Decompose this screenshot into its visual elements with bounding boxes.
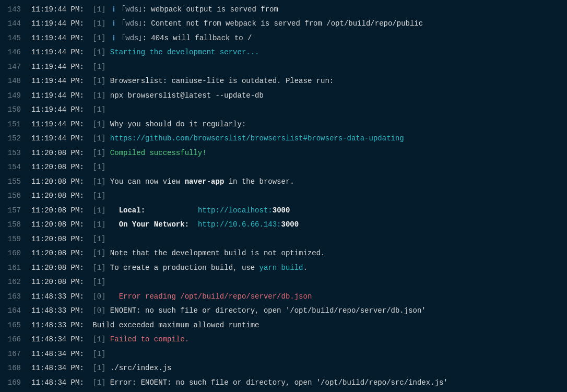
log-segment	[189, 220, 198, 229]
line-number: 148	[0, 77, 31, 85]
process-tag: [1]	[88, 163, 106, 171]
log-segment	[105, 206, 119, 215]
line-number: 163	[0, 292, 31, 301]
log-segment: ｢wds｣	[117, 5, 143, 14]
log-segment: Note that the development build is not o…	[105, 249, 325, 257]
process-tag: [1]	[88, 235, 106, 243]
process-tag: [1]	[88, 350, 106, 358]
process-tag: [1]	[88, 149, 106, 157]
log-line-content: 11:48:33 PM: [0] ENOENT: no such file or…	[31, 306, 426, 315]
log-output[interactable]: 14311:19:44 PM: [1] ｉ ｢wds｣: webpack out…	[0, 2, 567, 390]
log-line-content: 11:19:44 PM: [1]	[31, 63, 105, 71]
log-segment: ｉ	[105, 34, 117, 42]
log-line-content: 11:19:44 PM: [1] ｉ ｢wds｣: 404s will fall…	[31, 33, 252, 43]
process-tag: [1]	[88, 177, 106, 186]
timestamp: 11:19:44 PM:	[31, 120, 88, 128]
line-number: 160	[0, 249, 31, 257]
log-line: 16811:48:34 PM: [1] ./src/index.js	[0, 361, 567, 376]
log-line-content: 11:20:08 PM: [1] You can now view naver-…	[31, 177, 294, 186]
timestamp: 11:20:08 PM:	[31, 249, 88, 257]
line-number: 145	[0, 34, 31, 42]
line-number: 150	[0, 105, 31, 114]
process-tag: [1]	[88, 120, 106, 128]
line-number: 156	[0, 192, 31, 200]
line-number: 158	[0, 220, 31, 229]
timestamp: 11:48:33 PM:	[31, 306, 88, 315]
log-line-content: 11:20:08 PM: [1]	[31, 163, 105, 171]
line-number: 155	[0, 177, 31, 186]
log-line: 15711:20:08 PM: [1] Local: http://localh…	[0, 203, 567, 218]
log-line: 14711:19:44 PM: [1]	[0, 60, 567, 74]
log-line-content: 11:19:44 PM: [1] Browserslist: caniuse-l…	[31, 77, 334, 85]
process-tag: [1]	[88, 335, 106, 343]
log-line: 15611:20:08 PM: [1]	[0, 189, 567, 204]
process-tag: [1]	[88, 278, 106, 286]
log-line: 15311:20:08 PM: [1] Compiled successfull…	[0, 146, 567, 160]
log-line: 16211:20:08 PM: [1]	[0, 275, 567, 290]
log-line: 14511:19:44 PM: [1] ｉ ｢wds｣: 404s will f…	[0, 31, 567, 45]
log-segment: npx browserslist@latest --update-db	[105, 91, 263, 100]
process-tag: [1]	[88, 91, 106, 100]
process-tag: [1]	[88, 105, 106, 114]
log-line: 16611:48:34 PM: [1] Failed to compile.	[0, 332, 567, 347]
log-segment: Build exceeded maximum allowed runtime	[92, 321, 259, 329]
process-tag: [1]	[88, 206, 106, 215]
timestamp: 11:48:33 PM:	[31, 292, 88, 301]
timestamp: 11:48:34 PM:	[31, 364, 88, 372]
log-line: 15211:19:44 PM: [1] https://github.com/b…	[0, 132, 567, 146]
timestamp: 11:20:08 PM:	[31, 149, 88, 157]
log-line-content: 11:20:08 PM: [1]	[31, 235, 105, 243]
log-segment: ./src/index.js	[105, 364, 171, 372]
log-line: 15811:20:08 PM: [1] On Your Network: htt…	[0, 218, 567, 232]
line-number: 169	[0, 378, 31, 387]
line-number: 162	[0, 278, 31, 286]
process-tag: [1]	[88, 264, 106, 272]
timestamp: 11:19:44 PM:	[31, 19, 88, 28]
timestamp: 11:48:33 PM:	[31, 321, 88, 329]
log-segment: Error reading /opt/build/repo/server/db.…	[105, 292, 312, 301]
log-line-content: 11:20:08 PM: [1] Local: http://localhost…	[31, 206, 290, 215]
log-line: 16911:48:34 PM: [1] Error: ENOENT: no su…	[0, 375, 567, 390]
log-line: 14611:19:44 PM: [1] Starting the develop…	[0, 45, 567, 60]
timestamp: 11:19:44 PM:	[31, 63, 88, 71]
process-tag: [1]	[88, 249, 106, 257]
line-number: 167	[0, 350, 31, 358]
timestamp: 11:19:44 PM:	[31, 134, 88, 142]
timestamp: 11:19:44 PM:	[31, 77, 88, 85]
timestamp: 11:19:44 PM:	[31, 91, 88, 100]
line-number: 164	[0, 306, 31, 315]
log-line-content: 11:19:44 PM: [1] Why you should do it re…	[31, 120, 246, 128]
log-segment: Starting the development server...	[105, 48, 259, 56]
log-line-content: 11:20:08 PM: [1] Note that the developme…	[31, 249, 325, 257]
log-line: 16511:48:33 PM: Build exceeded maximum a…	[0, 318, 567, 332]
log-segment: Compiled successfully!	[105, 149, 206, 157]
timestamp: 11:48:34 PM:	[31, 350, 88, 358]
log-segment: On Your Network:	[119, 220, 189, 229]
line-number: 159	[0, 235, 31, 243]
line-number: 154	[0, 163, 31, 171]
process-tag: [1]	[88, 5, 106, 14]
log-segment: ｉ	[105, 5, 117, 14]
log-segment: Local:	[119, 206, 145, 215]
line-number: 157	[0, 206, 31, 215]
log-line-content: 11:48:34 PM: [1]	[31, 350, 105, 358]
log-segment: : Content not from webpack is served fro…	[142, 19, 423, 28]
line-number: 166	[0, 335, 31, 343]
log-line: 16411:48:33 PM: [0] ENOENT: no such file…	[0, 304, 567, 318]
log-line-content: 11:48:33 PM: [0] Error reading /opt/buil…	[31, 292, 312, 301]
timestamp: 11:20:08 PM:	[31, 163, 88, 171]
line-number: 165	[0, 321, 31, 329]
process-tag: [1]	[88, 220, 106, 229]
timestamp: 11:20:08 PM:	[31, 192, 88, 200]
timestamp: 11:20:08 PM:	[31, 264, 88, 272]
log-line: 14911:19:44 PM: [1] npx browserslist@lat…	[0, 88, 567, 103]
timestamp: 11:20:08 PM:	[31, 206, 88, 215]
timestamp: 11:20:08 PM:	[31, 177, 88, 186]
timestamp: 11:19:44 PM:	[31, 5, 88, 14]
line-number: 147	[0, 63, 31, 71]
log-segment: .	[303, 264, 308, 272]
log-segment: ｢wds｣	[117, 19, 143, 28]
log-line: 16011:20:08 PM: [1] Note that the develo…	[0, 246, 567, 261]
log-segment	[105, 220, 119, 229]
process-tag: [1]	[88, 63, 106, 71]
